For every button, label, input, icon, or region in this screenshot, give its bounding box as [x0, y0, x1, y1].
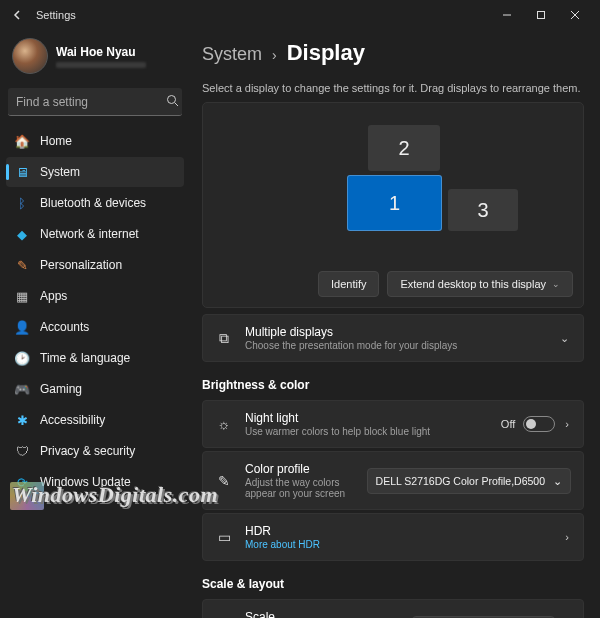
sidebar-item-network-internet[interactable]: ◆Network & internet [6, 219, 184, 249]
monitor-3[interactable]: 3 [448, 189, 518, 231]
card-sub: Choose the presentation mode for your di… [245, 340, 546, 351]
system-icon: 🖥 [14, 164, 30, 180]
privacy-security-icon: 🛡 [14, 443, 30, 459]
accounts-icon: 👤 [14, 319, 30, 335]
card-sub: Use warmer colors to help block blue lig… [245, 426, 489, 437]
sidebar-item-accounts[interactable]: 👤Accounts [6, 312, 184, 342]
sidebar-item-label: Apps [40, 289, 67, 303]
breadcrumb: System › Display [202, 40, 584, 66]
back-arrow-icon [12, 9, 24, 21]
search-box[interactable] [8, 88, 182, 116]
sidebar-item-home[interactable]: 🏠Home [6, 126, 184, 156]
card-title: Scale [245, 610, 400, 618]
identify-label: Identify [331, 278, 366, 290]
sidebar-item-label: Home [40, 134, 72, 148]
chevron-down-icon: ⌄ [552, 279, 560, 289]
sidebar-item-gaming[interactable]: 🎮Gaming [6, 374, 184, 404]
page-title: Display [287, 40, 365, 66]
card-title: HDR [245, 524, 551, 538]
monitor-2[interactable]: 2 [368, 125, 440, 171]
sidebar: Wai Hoe Nyau 🏠Home🖥SystemᛒBluetooth & de… [0, 30, 190, 618]
sidebar-item-label: Accessibility [40, 413, 105, 427]
arrange-helper-text: Select a display to change the settings … [202, 82, 584, 94]
sidebar-item-label: Time & language [40, 351, 130, 365]
close-icon [570, 10, 580, 20]
chevron-right-icon: › [272, 47, 277, 63]
extend-label: Extend desktop to this display [400, 278, 546, 290]
section-scale-title: Scale & layout [202, 577, 584, 591]
search-input[interactable] [16, 95, 166, 109]
profile-email-redacted [56, 62, 146, 68]
sidebar-item-personalization[interactable]: ✎Personalization [6, 250, 184, 280]
breadcrumb-parent[interactable]: System [202, 44, 262, 65]
chevron-right-icon[interactable]: › [563, 531, 571, 543]
section-brightness-title: Brightness & color [202, 378, 584, 392]
multiple-displays-icon: ⧉ [215, 329, 233, 347]
night-light-toggle[interactable]: Off [501, 416, 555, 432]
sidebar-item-label: Personalization [40, 258, 122, 272]
avatar [12, 38, 48, 74]
card-title: Multiple displays [245, 325, 546, 339]
svg-point-4 [168, 95, 176, 103]
profile-block[interactable]: Wai Hoe Nyau [6, 30, 184, 84]
card-sub: Adjust the way colors appear on your scr… [245, 477, 355, 499]
hdr-card[interactable]: ▭ HDR More about HDR › [202, 513, 584, 561]
sidebar-item-label: Bluetooth & devices [40, 196, 146, 210]
card-title: Night light [245, 411, 489, 425]
card-title: Color profile [245, 462, 355, 476]
sidebar-item-time-language[interactable]: 🕑Time & language [6, 343, 184, 373]
sidebar-item-privacy-security[interactable]: 🛡Privacy & security [6, 436, 184, 466]
color-profile-dropdown[interactable]: DELL S2716DG Color Profile,D6500⌄ [367, 468, 571, 494]
sidebar-item-label: Gaming [40, 382, 82, 396]
color-profile-card[interactable]: ✎ Color profile Adjust the way colors ap… [202, 451, 584, 510]
network-internet-icon: ◆ [14, 226, 30, 242]
display-arrange-panel: 2 1 3 Identify Extend desktop to this di… [202, 102, 584, 308]
accessibility-icon: ✱ [14, 412, 30, 428]
chevron-down-icon: ⌄ [553, 475, 562, 487]
nav-list: 🏠Home🖥SystemᛒBluetooth & devices◆Network… [6, 126, 184, 497]
back-button[interactable] [8, 5, 28, 25]
combo-value: DELL S2716DG Color Profile,D6500 [376, 475, 545, 487]
apps-icon: ▦ [14, 288, 30, 304]
maximize-button[interactable] [524, 0, 558, 30]
extend-dropdown[interactable]: Extend desktop to this display⌄ [387, 271, 573, 297]
sidebar-item-label: Accounts [40, 320, 89, 334]
close-button[interactable] [558, 0, 592, 30]
sidebar-item-bluetooth-devices[interactable]: ᛒBluetooth & devices [6, 188, 184, 218]
bluetooth-devices-icon: ᛒ [14, 195, 30, 211]
hdr-icon: ▭ [215, 528, 233, 546]
sidebar-item-accessibility[interactable]: ✱Accessibility [6, 405, 184, 435]
minimize-button[interactable] [490, 0, 524, 30]
chevron-right-icon[interactable]: › [563, 418, 571, 430]
home-icon: 🏠 [14, 133, 30, 149]
toggle-track[interactable] [523, 416, 555, 432]
night-light-card[interactable]: ☼ Night light Use warmer colors to help … [202, 400, 584, 448]
scale-card[interactable]: ⤢ Scale Change the size of text, apps, a… [202, 599, 584, 618]
sidebar-item-windows-update[interactable]: ⟳Windows Update [6, 467, 184, 497]
minimize-icon [502, 10, 512, 20]
time-language-icon: 🕑 [14, 350, 30, 366]
toggle-state-label: Off [501, 418, 515, 430]
sidebar-item-system[interactable]: 🖥System [6, 157, 184, 187]
expand-chevron-icon[interactable]: ⌄ [558, 332, 571, 345]
main-content: System › Display Select a display to cha… [190, 30, 600, 618]
sidebar-item-label: Windows Update [40, 475, 131, 489]
multiple-displays-card[interactable]: ⧉ Multiple displays Choose the presentat… [202, 314, 584, 362]
windows-update-icon: ⟳ [14, 474, 30, 490]
search-icon [166, 94, 179, 110]
arrange-canvas[interactable]: 2 1 3 [213, 113, 573, 271]
maximize-icon [536, 10, 546, 20]
night-light-icon: ☼ [215, 415, 233, 433]
app-title: Settings [36, 9, 76, 21]
sidebar-item-label: System [40, 165, 80, 179]
sidebar-item-label: Privacy & security [40, 444, 135, 458]
title-bar: Settings [0, 0, 600, 30]
monitor-1[interactable]: 1 [347, 175, 442, 231]
hdr-link[interactable]: More about HDR [245, 539, 551, 550]
gaming-icon: 🎮 [14, 381, 30, 397]
personalization-icon: ✎ [14, 257, 30, 273]
sidebar-item-label: Network & internet [40, 227, 139, 241]
color-profile-icon: ✎ [215, 472, 233, 490]
identify-button[interactable]: Identify [318, 271, 379, 297]
sidebar-item-apps[interactable]: ▦Apps [6, 281, 184, 311]
